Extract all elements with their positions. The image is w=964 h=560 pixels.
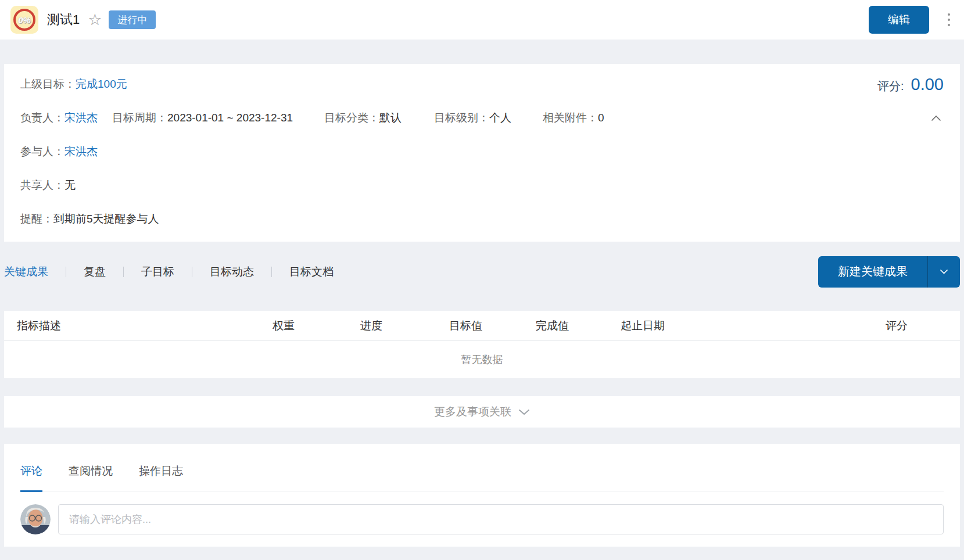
goal-info-panel: 上级目标： 完成100元 评分: 0.00 负责人：宋洪杰 目标周期：2023-…: [4, 64, 960, 242]
status-badge: 进行中: [109, 10, 156, 29]
tab-divider: [66, 267, 66, 277]
collapse-chevron-up-icon[interactable]: [929, 113, 944, 124]
star-favorite-icon[interactable]: ☆: [88, 12, 102, 28]
table-empty-state: 暂无数据: [4, 341, 960, 378]
tab-review[interactable]: 复盘: [84, 264, 106, 279]
goal-progress-icon: 0%: [10, 6, 38, 34]
shared-label: 共享人：: [20, 178, 64, 193]
user-avatar: [20, 504, 51, 534]
more-related-items-label: 更多及事项关联: [434, 404, 511, 419]
new-key-result-button[interactable]: 新建关键成果: [818, 256, 927, 288]
score-value: 0.00: [911, 75, 944, 94]
reminder-value: 到期前5天提醒参与人: [53, 211, 159, 227]
participants-link[interactable]: 宋洪杰: [64, 144, 98, 159]
more-menu-icon[interactable]: [945, 11, 952, 28]
col-header-date-range: 起止日期: [621, 318, 886, 333]
attachments-label: 相关附件：: [543, 112, 598, 124]
info-row-shared: 共享人： 无: [20, 168, 944, 202]
owner-link[interactable]: 宋洪杰: [64, 112, 98, 124]
info-row-details: 负责人：宋洪杰 目标周期：2023-01-01 ~ 2023-12-31 目标分…: [20, 101, 944, 135]
comments-tabs: 评论 查阅情况 操作日志: [20, 444, 944, 491]
comment-input[interactable]: [58, 504, 944, 534]
owner-label: 负责人：: [20, 112, 64, 124]
tab-divider: [123, 267, 124, 277]
category-field: 目标分类：默认: [324, 110, 402, 125]
col-header-progress: 进度: [360, 318, 449, 333]
comment-compose-row: [20, 504, 944, 534]
shared-value: 无: [64, 178, 76, 193]
category-label: 目标分类：: [324, 112, 379, 124]
tab-goal-activity[interactable]: 目标动态: [210, 264, 254, 279]
period-value: 2023-01-01 ~ 2023-12-31: [167, 112, 293, 124]
tab-key-results[interactable]: 关键成果: [4, 264, 48, 279]
info-row-parent-goal: 上级目标： 完成100元 评分: 0.00: [20, 67, 944, 101]
comments-panel: 评论 查阅情况 操作日志: [4, 444, 960, 547]
section-tabs: 关键成果 复盘 子目标 目标动态 目标文档: [4, 264, 334, 279]
attachments-field: 相关附件：0: [543, 110, 604, 125]
tab-comments[interactable]: 评论: [20, 464, 42, 491]
chevron-down-icon: [518, 409, 530, 415]
key-result-table: 指标描述 权重 进度 目标值 完成值 起止日期 评分 暂无数据: [4, 311, 960, 378]
col-header-target-value: 目标值: [449, 318, 536, 333]
page-title: 测试1: [47, 11, 80, 28]
level-value: 个人: [489, 112, 511, 124]
section-tabs-bar: 关键成果 复盘 子目标 目标动态 目标文档 新建关键成果: [4, 242, 960, 311]
category-value: 默认: [379, 112, 402, 124]
participants-label: 参与人：: [20, 144, 64, 159]
more-related-items-bar[interactable]: 更多及事项关联: [4, 396, 960, 428]
tab-divider: [271, 267, 272, 277]
owner-field: 负责人：宋洪杰: [20, 110, 98, 125]
info-row-participants: 参与人： 宋洪杰: [20, 135, 944, 168]
progress-percent: 0%: [18, 15, 31, 25]
tab-read-status[interactable]: 查阅情况: [69, 464, 113, 491]
info-row-reminder: 提醒： 到期前5天提醒参与人: [20, 202, 944, 236]
score-wrap: 评分: 0.00: [877, 75, 944, 94]
tab-operation-log[interactable]: 操作日志: [139, 464, 183, 491]
tab-sub-goals[interactable]: 子目标: [141, 264, 174, 279]
edit-button[interactable]: 编辑: [869, 6, 929, 34]
period-label: 目标周期：: [112, 112, 167, 124]
level-label: 目标级别：: [434, 112, 489, 124]
period-field: 目标周期：2023-01-01 ~ 2023-12-31: [112, 110, 293, 125]
new-key-result-split-button[interactable]: 新建关键成果: [818, 256, 960, 288]
table-header-row: 指标描述 权重 进度 目标值 完成值 起止日期 评分: [4, 311, 960, 341]
tab-goal-docs[interactable]: 目标文档: [289, 264, 334, 279]
col-header-description: 指标描述: [17, 318, 273, 333]
parent-goal-link[interactable]: 完成100元: [76, 77, 127, 92]
tab-divider: [192, 267, 192, 277]
progress-ring-icon: 0%: [13, 9, 35, 31]
level-field: 目标级别：个人: [434, 110, 511, 125]
col-header-completed-value: 完成值: [536, 318, 621, 333]
attachments-value: 0: [598, 112, 604, 124]
col-header-weight: 权重: [273, 318, 360, 333]
parent-goal-label: 上级目标：: [20, 77, 76, 92]
reminder-label: 提醒：: [20, 211, 53, 227]
new-key-result-chevron-down-icon[interactable]: [927, 256, 960, 288]
col-header-score: 评分: [886, 318, 908, 333]
page-header: 0% 测试1 ☆ 进行中 编辑: [0, 0, 964, 40]
score-label: 评分:: [877, 78, 904, 94]
